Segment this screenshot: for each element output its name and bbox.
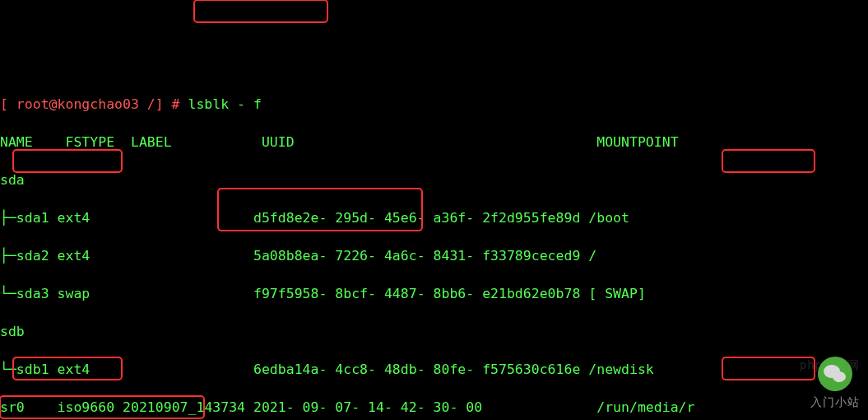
highlight-box-sdb1-1 [12,149,123,173]
col-name: NAME [0,134,66,150]
row-sr0-1: sr0 iso9660 20210907_143734 2021- 09- 07… [0,398,868,417]
wechat-icon [818,357,852,391]
highlight-box-newdisk [722,149,815,173]
command-1: lsblk - f [188,96,261,112]
row-sdb-1: sdb [0,322,868,341]
row-sda1-1: ├─sda1 ext4 d5fd8e2e- 295d- 45e6- a36f- … [0,208,868,227]
prompt-line-1: [ root@kongchao03 /] # lsblk - f [0,95,868,114]
row-sdb1-1: └─sdb1 ext4 6edba14a- 4cc8- 48db- 80fe- … [0,360,868,379]
col-fstype: FSTYPE [66,134,131,150]
row-sda-1: sda [0,170,868,189]
wechat-watermark: 入门小站 [810,357,860,412]
header-1: NAME FSTYPE LABEL UUID MOUNTPOINT [0,133,868,152]
col-uuid: UUID [262,134,596,150]
row-sda3-1: └─sda3 swap f97f5958- 8bcf- 4487- 8bb6- … [0,284,868,303]
col-mountpoint: MOUNTPOINT [596,134,678,150]
prompt-1: [ root@kongchao03 /] # [0,96,188,112]
col-label: LABEL [131,134,262,150]
wechat-name: 入门小站 [810,393,860,412]
row-sda2-1: ├─sda2 ext4 5a08b8ea- 7226- 4a6c- 8431- … [0,246,868,265]
highlight-box-cmd1 [193,0,328,23]
